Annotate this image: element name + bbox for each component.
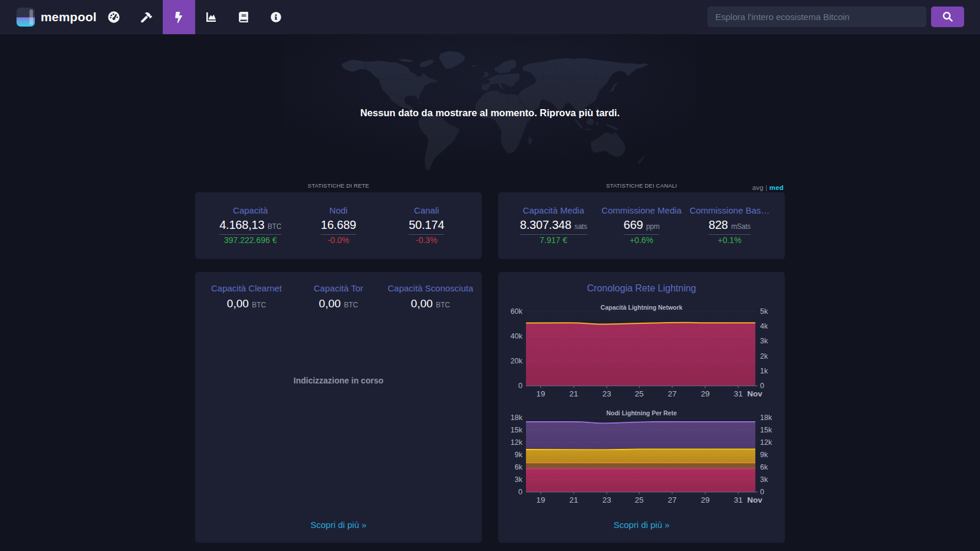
svg-text:3k: 3k bbox=[760, 337, 768, 345]
svg-text:31: 31 bbox=[734, 496, 742, 504]
svg-text:25: 25 bbox=[634, 496, 643, 504]
svg-text:27: 27 bbox=[667, 496, 676, 504]
svg-text:5k: 5k bbox=[760, 307, 768, 316]
svg-text:12k: 12k bbox=[511, 438, 523, 447]
svg-text:27: 27 bbox=[667, 389, 676, 398]
svg-text:Capacità Lightning Network: Capacità Lightning Network bbox=[601, 304, 683, 311]
svg-text:60k: 60k bbox=[511, 307, 523, 316]
svg-text:6k: 6k bbox=[760, 463, 768, 471]
svg-text:15k: 15k bbox=[511, 426, 523, 434]
svg-text:21: 21 bbox=[569, 389, 578, 398]
svg-text:Nov: Nov bbox=[747, 389, 762, 398]
svg-text:29: 29 bbox=[701, 496, 709, 504]
svg-text:Nov: Nov bbox=[747, 496, 762, 504]
svg-text:29: 29 bbox=[701, 389, 709, 398]
svg-text:19: 19 bbox=[536, 389, 545, 398]
svg-text:31: 31 bbox=[734, 389, 742, 398]
svg-text:21: 21 bbox=[569, 496, 578, 504]
svg-text:2k: 2k bbox=[760, 352, 768, 360]
svg-text:0: 0 bbox=[518, 488, 522, 496]
svg-text:3k: 3k bbox=[760, 475, 768, 484]
svg-text:15k: 15k bbox=[760, 426, 772, 434]
svg-text:1k: 1k bbox=[760, 367, 768, 375]
svg-text:6k: 6k bbox=[515, 463, 523, 471]
svg-text:4k: 4k bbox=[760, 322, 768, 330]
svg-text:12k: 12k bbox=[760, 438, 772, 447]
svg-text:0: 0 bbox=[760, 382, 764, 390]
svg-text:9k: 9k bbox=[760, 451, 768, 459]
svg-text:19: 19 bbox=[536, 496, 545, 504]
svg-text:0: 0 bbox=[760, 488, 764, 496]
svg-text:20k: 20k bbox=[511, 357, 523, 365]
svg-text:Nodi Lightning Per Rete: Nodi Lightning Per Rete bbox=[606, 409, 677, 416]
svg-text:23: 23 bbox=[602, 496, 611, 504]
svg-text:23: 23 bbox=[602, 389, 611, 398]
svg-text:0: 0 bbox=[518, 382, 522, 390]
svg-text:40k: 40k bbox=[511, 332, 523, 340]
svg-text:25: 25 bbox=[634, 389, 643, 398]
svg-text:9k: 9k bbox=[515, 451, 523, 459]
svg-text:18k: 18k bbox=[511, 414, 523, 422]
svg-text:18k: 18k bbox=[760, 414, 772, 422]
svg-text:3k: 3k bbox=[515, 475, 523, 484]
